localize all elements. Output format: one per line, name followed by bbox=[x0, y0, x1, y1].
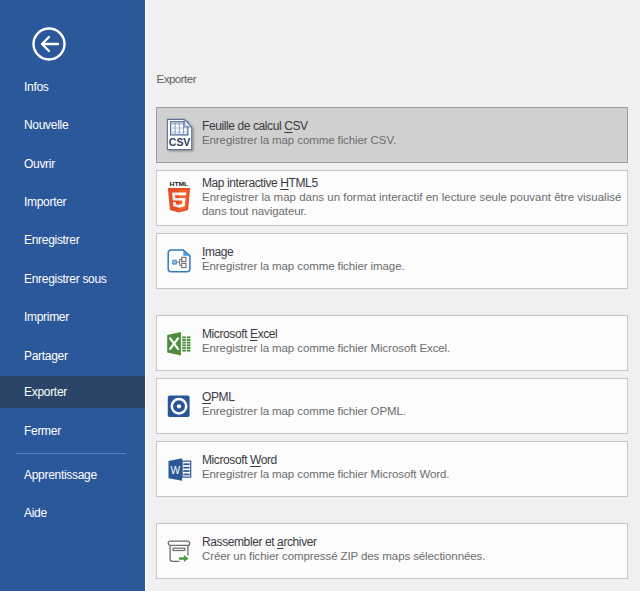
svg-text:W: W bbox=[171, 464, 181, 476]
svg-text:CSV: CSV bbox=[169, 136, 191, 148]
svg-text:HTML: HTML bbox=[170, 181, 189, 187]
